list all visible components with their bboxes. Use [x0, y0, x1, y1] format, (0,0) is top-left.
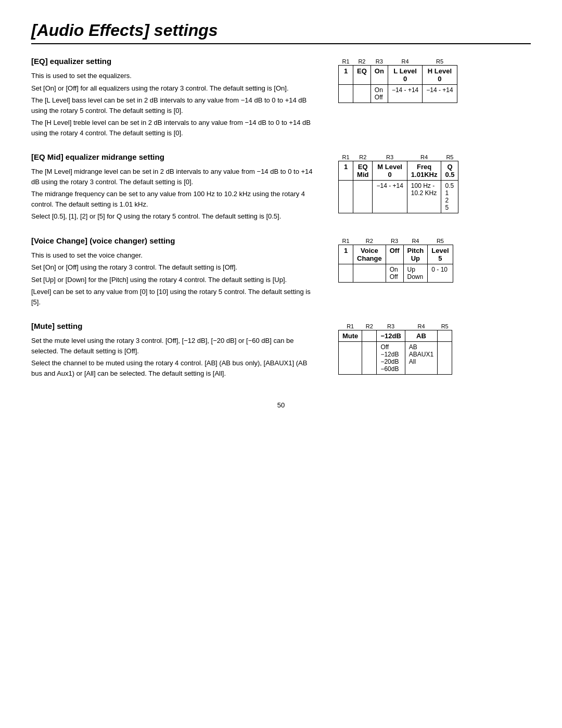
section-text-eq: [EQ] equalizer settingThis is used to se… [31, 57, 317, 140]
section-eq-mid: [EQ Mid] equalizer midrange settingThe [… [31, 152, 531, 224]
col-header-eq-4: R5 [423, 57, 457, 66]
page-number: 50 [277, 401, 285, 409]
section-para-voice-change-0: This is used to set the voice changer. [31, 250, 317, 261]
main-cell-mute-3: AB [405, 330, 437, 342]
col-header-voice-change-0: R1 [339, 236, 353, 245]
col-header-eq-mid-0: R1 [339, 152, 353, 161]
main-cell-mute-1 [362, 330, 377, 342]
main-cell-eq-2: On [371, 66, 388, 85]
table-eq-mid: R1R2R3R4R51EQ MidM Level 0Freq 1.01KHzQ … [338, 152, 458, 213]
main-cell-voice-change-4: Level 5 [428, 245, 453, 264]
section-table-eq: R1R2R3R4R51EQOnL Level 0H Level 0On Off−… [338, 57, 531, 103]
col-header-eq-mid-3: R4 [407, 152, 441, 161]
table-mute: R1R2R3R4R5Mute−12dBABOff −12dB −20dB −60… [338, 322, 452, 375]
main-cell-mute-4 [438, 330, 452, 342]
main-cell-eq-1: EQ [353, 66, 371, 85]
sub-cell-eq-0-3: −14 - +14 [388, 85, 422, 103]
col-header-voice-change-3: R4 [403, 236, 428, 245]
section-para-eq-mid-0: The [M Level] midrange level can be set … [31, 167, 317, 187]
section-para-eq-mid-1: The midrange frequency can be set to any… [31, 189, 317, 209]
main-cell-eq-3: L Level 0 [388, 66, 422, 85]
main-cell-voice-change-3: Pitch Up [403, 245, 428, 264]
section-table-voice-change: R1R2R3R4R51Voice ChangeOffPitch UpLevel … [338, 236, 531, 283]
main-cell-voice-change-1: Voice Change [353, 245, 386, 264]
sub-cell-eq-0-1 [353, 85, 371, 103]
col-header-voice-change-2: R3 [386, 236, 403, 245]
section-para-eq-2: The [L Level] bass level can be set in 2… [31, 95, 317, 116]
col-header-eq-1: R2 [353, 57, 371, 66]
sub-cell-mute-0-2: Off −12dB −20dB −60dB [377, 342, 405, 375]
main-cell-eq-mid-0: 1 [339, 161, 353, 181]
table-eq: R1R2R3R4R51EQOnL Level 0H Level 0On Off−… [338, 57, 457, 103]
sub-cell-mute-0-3: AB ABAUX1 All [405, 342, 437, 375]
main-cell-voice-change-0: 1 [339, 245, 353, 264]
col-header-eq-3: R4 [388, 57, 422, 66]
main-cell-mute-0: Mute [339, 330, 362, 342]
col-header-mute-4: R5 [438, 322, 452, 330]
section-title-eq: [EQ] equalizer setting [31, 57, 317, 66]
col-header-mute-2: R3 [377, 322, 405, 330]
main-cell-voice-change-2: Off [386, 245, 403, 264]
col-header-eq-mid-2: R3 [373, 152, 407, 161]
sub-cell-voice-change-0-0 [339, 264, 353, 282]
section-para-mute-0: Set the mute level using the rotary 3 co… [31, 336, 317, 356]
section-para-eq-mid-2: Select [0.5], [1], [2] or [5] for Q usin… [31, 211, 317, 222]
col-header-mute-0: R1 [339, 322, 362, 330]
section-text-voice-change: [Voice Change] (voice changer) settingTh… [31, 236, 317, 310]
main-cell-eq-mid-4: Q 0.5 [441, 161, 458, 181]
sub-cell-voice-change-0-4: 0 - 10 [428, 264, 453, 282]
main-cell-eq-mid-1: EQ Mid [353, 161, 373, 181]
section-table-mute: R1R2R3R4R5Mute−12dBABOff −12dB −20dB −60… [338, 322, 531, 375]
sub-cell-eq-0-4: −14 - +14 [423, 85, 457, 103]
page-title: [Audio Effects] settings [31, 21, 531, 44]
sub-cell-eq-mid-0-1 [353, 181, 373, 213]
col-header-mute-1: R2 [362, 322, 377, 330]
main-cell-eq-4: H Level 0 [423, 66, 457, 85]
table-voice-change: R1R2R3R4R51Voice ChangeOffPitch UpLevel … [338, 236, 453, 283]
section-voice-change: [Voice Change] (voice changer) settingTh… [31, 236, 531, 310]
sub-cell-eq-mid-0-2: −14 - +14 [373, 181, 407, 213]
section-para-eq-1: Set [On] or [Off] for all equalizers usi… [31, 83, 317, 94]
section-para-mute-1: Select the channel to be muted using the… [31, 358, 317, 378]
main-cell-eq-mid-3: Freq 1.01KHz [407, 161, 441, 181]
section-title-eq-mid: [EQ Mid] equalizer midrange setting [31, 152, 317, 161]
section-para-voice-change-3: [Level] can be set to any value from [0]… [31, 287, 317, 307]
sub-cell-eq-0-2: On Off [371, 85, 388, 103]
sub-cell-mute-0-0 [339, 342, 362, 375]
sub-cell-mute-0-4 [438, 342, 452, 375]
sub-cell-voice-change-0-3: Up Down [403, 264, 428, 282]
col-header-mute-3: R4 [405, 322, 437, 330]
sub-cell-eq-mid-0-0 [339, 181, 353, 213]
col-header-eq-0: R1 [339, 57, 353, 66]
col-header-voice-change-4: R5 [428, 236, 453, 245]
section-para-eq-0: This is used to set the equalizers. [31, 71, 317, 81]
sub-cell-eq-0-0 [339, 85, 353, 103]
section-eq: [EQ] equalizer settingThis is used to se… [31, 57, 531, 140]
sub-cell-eq-mid-0-4: 0.5 1 2 5 [441, 181, 458, 213]
col-header-eq-mid-4: R5 [441, 152, 458, 161]
sub-cell-eq-mid-0-3: 100 Hz - 10.2 KHz [407, 181, 441, 213]
main-cell-mute-2: −12dB [377, 330, 405, 342]
section-para-voice-change-2: Set [Up] or [Down] for the [Pitch] using… [31, 275, 317, 285]
section-title-voice-change: [Voice Change] (voice changer) setting [31, 236, 317, 245]
main-cell-eq-mid-2: M Level 0 [373, 161, 407, 181]
col-header-eq-mid-1: R2 [353, 152, 373, 161]
col-header-eq-2: R3 [371, 57, 388, 66]
section-para-voice-change-1: Set [On] or [Off] using the rotary 3 con… [31, 262, 317, 273]
sub-cell-mute-0-1 [362, 342, 377, 375]
main-cell-eq-0: 1 [339, 66, 353, 85]
section-text-eq-mid: [EQ Mid] equalizer midrange settingThe [… [31, 152, 317, 224]
section-para-eq-3: The [H Level] treble level can be set in… [31, 118, 317, 138]
sub-cell-voice-change-0-1 [353, 264, 386, 282]
col-header-voice-change-1: R2 [353, 236, 386, 245]
section-text-mute: [Mute] settingSet the mute level using t… [31, 322, 317, 380]
section-title-mute: [Mute] setting [31, 322, 317, 330]
sub-cell-voice-change-0-2: On Off [386, 264, 403, 282]
section-mute: [Mute] settingSet the mute level using t… [31, 322, 531, 380]
section-table-eq-mid: R1R2R3R4R51EQ MidM Level 0Freq 1.01KHzQ … [338, 152, 531, 213]
